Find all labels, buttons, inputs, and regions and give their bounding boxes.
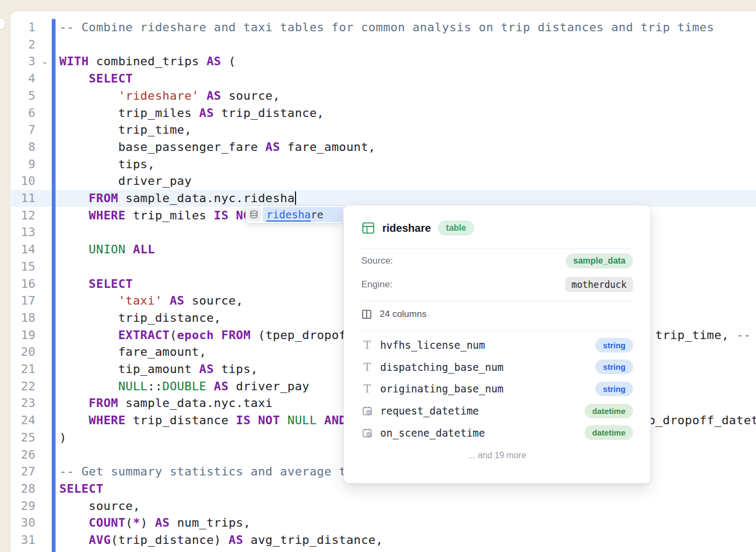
columns-count-row: 24 columns	[361, 301, 633, 327]
source-row: Source: sample_data	[361, 249, 633, 273]
line-number[interactable]: 20	[12, 343, 36, 361]
line-number[interactable]: 30	[12, 514, 36, 532]
line-number[interactable]: 29	[12, 498, 36, 515]
code-line[interactable]: COUNT(*) AS num_trips,	[59, 514, 251, 532]
line-number[interactable]: 28	[12, 480, 36, 498]
code-line[interactable]: SELECT	[59, 275, 133, 293]
column-name: hvfhs_license_num	[380, 339, 485, 351]
autocomplete-rest-text: re	[311, 209, 323, 221]
column-name: dispatching_base_num	[380, 361, 504, 373]
code-line[interactable]: )	[59, 429, 67, 446]
line-number[interactable]: 1	[12, 19, 36, 36]
line-number[interactable]: 32	[12, 549, 36, 552]
line-number[interactable]: 24	[12, 412, 36, 429]
table-info-card: rideshare table Source: sample_data Engi…	[343, 205, 651, 484]
text-cursor	[295, 191, 296, 205]
line-number[interactable]: 6	[12, 105, 36, 122]
code-line[interactable]: fare_amount,	[59, 343, 207, 361]
line-number[interactable]: 27	[12, 463, 36, 480]
code-line[interactable]: base_passenger_fare AS fare_amount,	[59, 139, 376, 156]
column-type-badge: datetime	[585, 425, 633, 440]
column-row: Toriginating_base_numstring	[361, 378, 633, 400]
code-line[interactable]: trip_miles AS trip_distance,	[59, 105, 324, 122]
table-name-title: rideshare	[382, 222, 431, 234]
column-row: Tdispatching_base_numstring	[361, 356, 633, 378]
engine-label: Engine:	[361, 279, 393, 290]
database-icon	[247, 208, 261, 222]
line-number[interactable]: 9	[12, 156, 36, 173]
code-line[interactable]: -- Combine rideshare and taxi tables for…	[59, 19, 714, 36]
line-number[interactable]: 21	[12, 361, 36, 378]
column-type-badge: string	[595, 382, 633, 396]
line-number[interactable]: 10	[12, 172, 36, 190]
line-number[interactable]: 12	[12, 207, 36, 224]
column-name: originating_base_num	[380, 383, 504, 395]
code-line[interactable]: 'rideshare' AS source,	[59, 87, 280, 105]
autocomplete-match-text: ridesha	[266, 209, 311, 221]
line-number[interactable]: 8	[12, 139, 36, 156]
code-line[interactable]: trip_time,	[59, 121, 192, 139]
source-badge: sample_data	[566, 253, 633, 268]
line-number[interactable]: 19	[12, 327, 36, 344]
code-line[interactable]: NULL::DOUBLE AS driver_pay	[59, 378, 310, 395]
code-line[interactable]: AVG(trip_time) AS avg_trip_time,	[59, 549, 324, 552]
code-line[interactable]: 'taxi' AS source,	[59, 292, 243, 309]
line-number[interactable]: 4	[12, 70, 36, 87]
source-label: Source:	[361, 256, 393, 266]
column-row: on_scene_datetimedatetime	[361, 422, 633, 444]
line-number[interactable]: 3	[12, 53, 36, 70]
calendar-clock-icon	[361, 405, 373, 416]
code-line[interactable]: WITH combined_trips AS (	[59, 53, 236, 70]
code-line[interactable]: FROM sample_data.nyc.taxi	[59, 395, 273, 412]
fold-chevron-icon[interactable]: ⌄	[39, 53, 51, 70]
code-line[interactable]: source,	[59, 498, 140, 515]
line-number[interactable]: 26	[12, 446, 36, 464]
autocomplete-item-rideshare[interactable]: rideshare	[263, 207, 343, 222]
autocomplete-popup: rideshare	[245, 205, 345, 224]
table-icon	[361, 221, 375, 235]
code-line[interactable]: FROM sample_data.nyc.ridesha	[59, 190, 296, 207]
code-line[interactable]: SELECT	[59, 70, 133, 87]
code-line[interactable]: trip_distance,	[59, 309, 221, 327]
column-type-badge: datetime	[585, 404, 633, 418]
motherduck-sql-editor: 1-- Combine rideshare and taxi tables fo…	[0, 0, 756, 552]
active-pane-indicator	[52, 19, 56, 552]
line-number[interactable]: 25	[12, 429, 36, 446]
line-number[interactable]: 18	[12, 309, 36, 327]
line-number[interactable]: 17	[12, 292, 36, 309]
line-number[interactable]: 5	[12, 87, 36, 105]
engine-row: Engine: motherduck	[361, 273, 633, 296]
column-name: request_datetime	[380, 405, 479, 417]
column-type-badge: string	[595, 360, 633, 374]
engine-badge: motherduck	[565, 277, 633, 292]
line-number[interactable]: 23	[12, 395, 36, 412]
text-type-icon: T	[361, 362, 373, 372]
text-type-icon: T	[361, 383, 373, 394]
line-number[interactable]: 15	[12, 258, 36, 275]
code-line[interactable]: SELECT	[59, 480, 104, 498]
code-line[interactable]: tip_amount AS tips,	[59, 361, 258, 378]
line-number[interactable]: 11	[12, 190, 36, 207]
column-name: on_scene_datetime	[380, 427, 485, 439]
table-type-badge: table	[438, 220, 474, 236]
line-number[interactable]: 2	[12, 36, 36, 53]
line-number[interactable]: 16	[12, 275, 36, 293]
column-row: request_datetimedatetime	[361, 400, 633, 422]
more-columns-text: ... and 19 more	[361, 451, 633, 460]
table-info-header: rideshare table	[361, 205, 633, 236]
line-number[interactable]: 13	[12, 224, 36, 241]
line-number[interactable]: 14	[12, 241, 36, 258]
code-line[interactable]: UNION ALL	[59, 241, 155, 258]
columns-count-text: 24 columns	[380, 309, 427, 320]
columns-icon	[361, 309, 372, 320]
text-type-icon: T	[361, 340, 373, 350]
column-row: Thvfhs_license_numstring	[361, 334, 633, 356]
line-number[interactable]: 22	[12, 378, 36, 395]
column-list: Thvfhs_license_numstringTdispatching_bas…	[361, 332, 633, 444]
line-number[interactable]: 7	[12, 121, 36, 139]
code-line[interactable]: AVG(trip_distance) AS avg_trip_distance,	[59, 532, 383, 549]
code-line[interactable]: tips,	[59, 156, 155, 173]
line-number[interactable]: 31	[12, 532, 36, 549]
calendar-clock-icon	[361, 427, 373, 438]
code-line[interactable]: driver_pay	[59, 172, 192, 190]
